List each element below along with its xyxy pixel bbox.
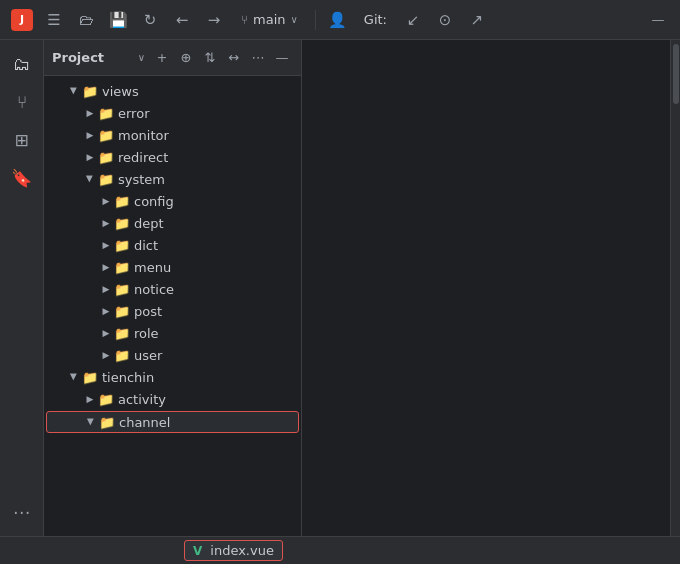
hamburger-button[interactable]: ☰ [40, 6, 68, 34]
main-layout: 🗂 ⑂ ⊞ 🔖 ⋯ Project ∨ + ⊕ [0, 40, 680, 536]
file-tree: ▶ 📁 views ▶ 📁 error ▶ 📁 monitor [44, 76, 301, 536]
user-icon: 👤 [328, 11, 347, 29]
tree-item-system[interactable]: ▶ 📁 system [46, 168, 299, 190]
post-folder-icon: 📁 [114, 303, 130, 319]
tree-item-redirect[interactable]: ▶ 📁 redirect [46, 146, 299, 168]
branch-selector[interactable]: ⑂ main ∨ [232, 8, 307, 31]
file-panel: Project ∨ + ⊕ ⇅ ↔ ⋯ — [44, 40, 302, 536]
tree-item-user[interactable]: ▶ 📁 user [46, 344, 299, 366]
tree-item-post[interactable]: ▶ 📁 post [46, 300, 299, 322]
git-dot-button[interactable]: ⊙ [431, 6, 459, 34]
back-button[interactable]: ← [168, 6, 196, 34]
error-label: error [118, 106, 149, 121]
status-bar: V index.vue [0, 536, 680, 564]
dept-arrow-icon: ▶ [98, 215, 114, 231]
panel-location-icon: ⊕ [181, 50, 192, 65]
monitor-folder-icon: 📁 [98, 127, 114, 143]
tree-item-monitor[interactable]: ▶ 📁 monitor [46, 124, 299, 146]
user-folder-icon: 📁 [114, 347, 130, 363]
activity-more[interactable]: ⋯ [4, 494, 40, 530]
activity-bookmarks[interactable]: 🔖 [4, 160, 40, 196]
panel-expand-button[interactable]: ⇅ [199, 47, 221, 69]
panel-collapse-icon: ↔ [229, 50, 240, 65]
panel-collapse-button[interactable]: ↔ [223, 47, 245, 69]
branch-chevron-icon: ∨ [290, 14, 297, 25]
error-folder-icon: 📁 [98, 105, 114, 121]
panel-minimize-button[interactable]: — [271, 47, 293, 69]
tree-item-config[interactable]: ▶ 📁 config [46, 190, 299, 212]
tree-item-role[interactable]: ▶ 📁 role [46, 322, 299, 344]
forward-icon: → [208, 11, 221, 29]
dict-arrow-icon: ▶ [98, 237, 114, 253]
extensions-icon: ⊞ [14, 130, 28, 150]
views-label: views [102, 84, 139, 99]
activity-arrow-icon: ▶ [82, 391, 98, 407]
app-logo[interactable]: J [8, 6, 36, 34]
views-folder-icon: 📁 [82, 83, 98, 99]
config-label: config [134, 194, 174, 209]
hamburger-icon: ☰ [47, 11, 60, 29]
tree-item-notice[interactable]: ▶ 📁 notice [46, 278, 299, 300]
tienchin-label: tienchin [102, 370, 154, 385]
tree-item-dict[interactable]: ▶ 📁 dict [46, 234, 299, 256]
activity-folder-icon: 📁 [98, 391, 114, 407]
redirect-arrow-icon: ▶ [82, 149, 98, 165]
system-arrow-icon: ▶ [82, 171, 98, 187]
activity-bar: 🗂 ⑂ ⊞ 🔖 ⋯ [0, 40, 44, 536]
scrollbar-thumb [673, 44, 679, 104]
role-folder-icon: 📁 [114, 325, 130, 341]
files-icon: 🗂 [13, 54, 30, 74]
activity-files[interactable]: 🗂 [4, 46, 40, 82]
git-button[interactable]: Git: [356, 9, 395, 30]
panel-header: Project ∨ + ⊕ ⇅ ↔ ⋯ — [44, 40, 301, 76]
user-button[interactable]: 👤 [324, 6, 352, 34]
role-arrow-icon: ▶ [98, 325, 114, 341]
panel-more-button[interactable]: ⋯ [247, 47, 269, 69]
folder-open-button[interactable]: 🗁 [72, 6, 100, 34]
channel-folder-icon: 📁 [99, 414, 115, 430]
tree-item-dept[interactable]: ▶ 📁 dept [46, 212, 299, 234]
git-arrow-in-button[interactable]: ↙ [399, 6, 427, 34]
right-scrollbar[interactable] [670, 40, 680, 536]
index-vue-label: index.vue [210, 543, 274, 558]
tree-item-activity[interactable]: ▶ 📁 activity [46, 388, 299, 410]
more-icon: ⋯ [13, 502, 30, 522]
forward-button[interactable]: → [200, 6, 228, 34]
monitor-arrow-icon: ▶ [82, 127, 98, 143]
panel-add-button[interactable]: + [151, 47, 173, 69]
minimize-button[interactable]: — [644, 6, 672, 34]
activity-label: activity [118, 392, 166, 407]
menu-label: menu [134, 260, 171, 275]
post-arrow-icon: ▶ [98, 303, 114, 319]
panel-chevron: ∨ [138, 52, 145, 63]
dept-folder-icon: 📁 [114, 215, 130, 231]
branch-icon: ⑂ [241, 13, 248, 27]
tree-item-menu[interactable]: ▶ 📁 menu [46, 256, 299, 278]
activity-extensions[interactable]: ⊞ [4, 122, 40, 158]
config-folder-icon: 📁 [114, 193, 130, 209]
menu-folder-icon: 📁 [114, 259, 130, 275]
index-vue-bottom-row[interactable]: V index.vue [184, 540, 283, 561]
tree-item-tienchin[interactable]: ▶ 📁 tienchin [46, 366, 299, 388]
panel-more-icon: ⋯ [252, 50, 265, 65]
dict-label: dict [134, 238, 158, 253]
git-dot-icon: ⊙ [439, 11, 452, 29]
refresh-icon: ↻ [144, 11, 157, 29]
channel-arrow-icon: ▶ [83, 414, 99, 430]
tree-item-views[interactable]: ▶ 📁 views [46, 80, 299, 102]
role-label: role [134, 326, 159, 341]
tree-item-error[interactable]: ▶ 📁 error [46, 102, 299, 124]
refresh-button[interactable]: ↻ [136, 6, 164, 34]
redirect-folder-icon: 📁 [98, 149, 114, 165]
panel-title: Project [52, 50, 132, 65]
editor-area [302, 40, 670, 536]
activity-git[interactable]: ⑂ [4, 84, 40, 120]
panel-location-button[interactable]: ⊕ [175, 47, 197, 69]
toolbar: J ☰ 🗁 💾 ↻ ← → ⑂ main ∨ 👤 Git: ↙ ⊙ ↗ — [0, 0, 680, 40]
save-button[interactable]: 💾 [104, 6, 132, 34]
panel-actions: + ⊕ ⇅ ↔ ⋯ — [151, 47, 293, 69]
notice-label: notice [134, 282, 174, 297]
tree-item-channel[interactable]: ▶ 📁 channel [46, 411, 299, 433]
system-label: system [118, 172, 165, 187]
git-arrow-out-button[interactable]: ↗ [463, 6, 491, 34]
